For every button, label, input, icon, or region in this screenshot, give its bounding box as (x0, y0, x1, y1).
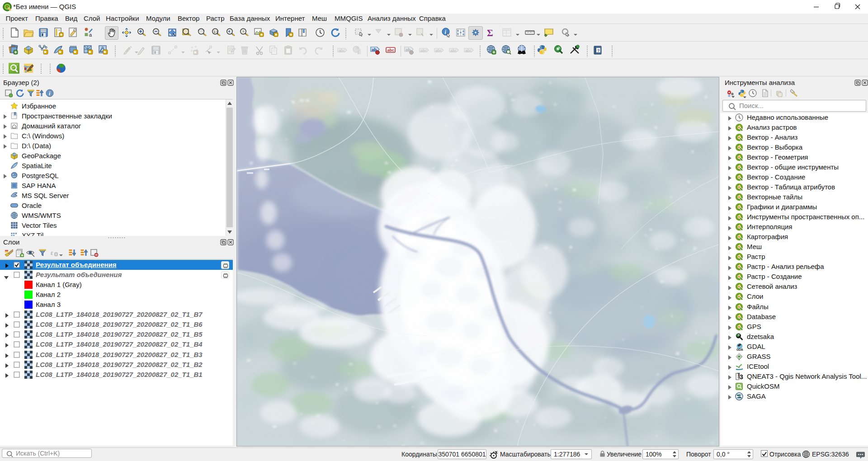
svg-text:1:1: 1:1 (213, 30, 218, 34)
svg-text:GDAL: GDAL (736, 348, 743, 351)
svg-text:abc: abc (450, 48, 457, 53)
svg-text:abc: abc (435, 48, 442, 53)
svg-text:?: ? (597, 48, 600, 53)
svg-text:ε: ε (51, 249, 53, 256)
svg-text:Σ: Σ (487, 28, 493, 38)
svg-text:3: 3 (740, 373, 743, 381)
svg-text:abc: abc (339, 48, 345, 53)
svg-text:abc: abc (420, 48, 427, 53)
svg-text:a: a (89, 32, 92, 38)
svg-text:abc: abc (465, 48, 472, 53)
svg-text:abc: abc (387, 48, 395, 52)
